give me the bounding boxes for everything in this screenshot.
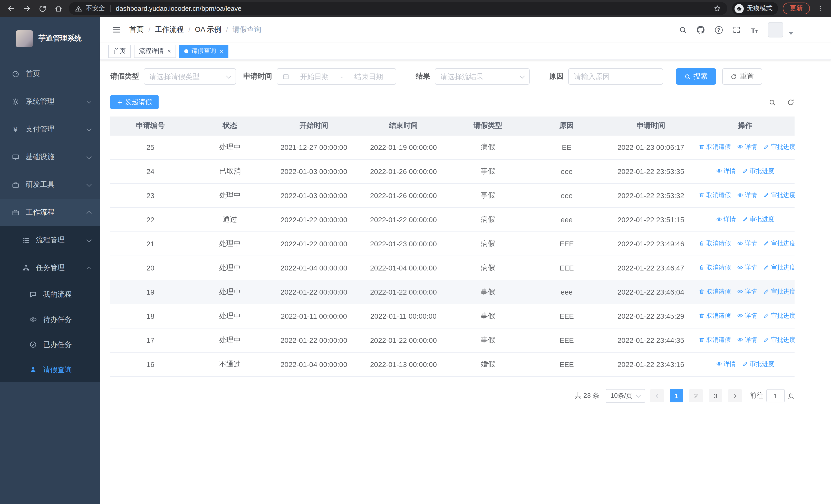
sidebar-item-payment[interactable]: ¥ 支付管理 [0,116,100,143]
user-icon [29,366,37,374]
sidebar-item-my-process[interactable]: 我的流程 [0,282,100,307]
detail-link[interactable]: 详情 [737,191,757,200]
table-row[interactable]: 21处理中2022-01-22 00:00:002022-01-23 00:00… [110,232,795,256]
leave-type-select[interactable] [144,68,236,85]
address-bar[interactable]: 不安全 dashboard.yudao.iocoder.cn/bpm/oa/le… [69,2,727,15]
breadcrumb-item[interactable]: 首页 [130,25,144,34]
table-row[interactable]: 17处理中2022-01-22 00:00:002022-01-22 00:00… [110,328,795,352]
table-row[interactable]: 16不通过2022-01-04 00:00:002022-01-13 00:00… [110,352,795,376]
search-icon[interactable] [678,25,687,34]
tab-process-detail[interactable]: 流程详情 × [134,45,176,58]
approval-progress-link[interactable]: 审批进度 [763,263,796,272]
sidebar-item-done-tasks[interactable]: 已办任务 [0,332,100,357]
table-row[interactable]: 20处理中2022-01-04 00:00:002022-01-04 00:00… [110,256,795,280]
detail-link[interactable]: 详情 [716,215,736,224]
cancel-leave-link[interactable]: 取消请假 [698,336,731,345]
breadcrumb-item[interactable]: 工作流程 [155,25,184,34]
cell-start-time: 2022-01-03 00:00:00 [269,159,358,183]
font-size-icon[interactable]: TT [750,25,759,34]
table-row[interactable]: 22通过2022-01-22 00:00:002022-01-22 00:00:… [110,207,795,232]
forward-icon[interactable] [21,3,32,14]
page-button-2[interactable]: 2 [689,389,703,403]
table-row[interactable]: 18处理中2022-01-11 00:00:002022-01-11 00:00… [110,304,795,328]
sidebar-collapse-icon[interactable] [108,25,125,34]
goto-page-input[interactable] [766,389,785,403]
create-leave-button[interactable]: 发起请假 [110,95,159,109]
close-icon[interactable]: × [167,48,171,54]
cancel-leave-link[interactable]: 取消请假 [698,312,731,320]
tab-leave-query[interactable]: 请假查询 × [179,45,228,58]
search-toggle-icon[interactable] [768,98,776,106]
result-select[interactable] [435,68,530,85]
sidebar-item-process-management[interactable]: 流程管理 [0,226,100,254]
detail-link[interactable]: 详情 [737,143,757,151]
approval-progress-link[interactable]: 审批进度 [742,215,774,224]
detail-link[interactable]: 详情 [737,239,757,248]
browser-menu-icon[interactable] [814,3,826,14]
url-text[interactable]: dashboard.yudao.iocoder.cn/bpm/oa/leave [116,5,710,12]
approval-progress-link[interactable]: 审批进度 [763,143,796,151]
home-icon[interactable] [53,3,64,14]
sidebar-item-system[interactable]: 系统管理 [0,88,100,116]
start-date-input[interactable] [292,72,337,81]
page-button-3[interactable]: 3 [709,389,722,403]
reload-icon[interactable] [37,3,48,14]
page-size-select[interactable]: 10条/页 [605,389,645,403]
cancel-leave-link[interactable]: 取消请假 [698,239,731,248]
sidebar-item-dev-tools[interactable]: 研发工具 [0,171,100,199]
cancel-leave-link[interactable]: 取消请假 [698,263,731,272]
table-row[interactable]: 24已取消2022-01-03 00:00:002022-01-26 00:00… [110,159,795,183]
table-row[interactable]: 25处理中2021-12-27 00:00:002022-01-19 00:00… [110,135,795,159]
approval-progress-link[interactable]: 审批进度 [742,360,774,368]
close-icon[interactable]: × [220,48,223,54]
sidebar-item-infrastructure[interactable]: 基础设施 [0,143,100,171]
sidebar-item-todo-tasks[interactable]: 待办任务 [0,307,100,332]
refresh-table-icon[interactable] [786,98,795,106]
detail-link[interactable]: 详情 [737,336,757,345]
cancel-leave-link[interactable]: 取消请假 [698,288,731,296]
table-row[interactable]: 19处理中2022-01-22 00:00:002022-01-22 00:00… [110,280,795,304]
detail-link[interactable]: 详情 [737,263,757,272]
sidebar-item-task-management[interactable]: 任务管理 [0,254,100,282]
apply-time-range-picker[interactable]: - [277,68,396,85]
cancel-leave-link[interactable]: 取消请假 [698,143,731,151]
search-button[interactable]: 搜索 [676,68,716,85]
prev-page-button[interactable] [650,389,664,403]
approval-progress-link[interactable]: 审批进度 [763,288,796,296]
detail-link[interactable]: 详情 [716,167,736,176]
reason-field[interactable] [568,68,663,85]
next-page-button[interactable] [728,389,742,403]
github-icon[interactable] [696,25,705,34]
approval-progress-link[interactable]: 审批进度 [763,312,796,320]
cancel-leave-link[interactable]: 取消请假 [698,191,731,200]
tab-home[interactable]: 首页 [108,45,131,58]
approval-progress-link[interactable]: 审批进度 [763,191,796,200]
sidebar-item-leave-query[interactable]: 请假查询 [0,357,100,382]
reason-input[interactable] [574,72,658,81]
approval-progress-link[interactable]: 审批进度 [763,336,796,345]
end-date-input[interactable] [347,72,391,81]
approval-progress-link[interactable]: 审批进度 [763,239,796,248]
avatar[interactable] [768,22,783,37]
back-icon[interactable] [5,3,17,14]
detail-link[interactable]: 详情 [737,312,757,320]
result-input[interactable] [440,72,517,81]
page-button-1[interactable]: 1 [670,389,683,403]
help-icon[interactable]: ? [714,25,723,34]
sidebar-item-workflow[interactable]: 工作流程 [0,199,100,226]
fullscreen-icon[interactable] [732,25,741,34]
detail-link[interactable]: 详情 [716,360,736,368]
security-warning-icon[interactable] [75,5,82,12]
detail-link[interactable]: 详情 [737,288,757,296]
table-row[interactable]: 23处理中2022-01-03 00:00:002022-01-26 00:00… [110,183,795,207]
reset-button[interactable]: 重置 [722,68,762,85]
leave-type-input[interactable] [149,72,224,81]
cell-actions: 取消请假详情审批进度 [695,256,795,280]
avatar-caret-icon[interactable] [789,32,793,35]
approval-progress-link[interactable]: 审批进度 [742,167,774,176]
breadcrumb-item[interactable]: OA 示例 [195,25,222,34]
sidebar-logo[interactable]: 芋道管理系统 [0,17,100,60]
sidebar-item-home[interactable]: 首页 [0,60,100,88]
update-button[interactable]: 更新 [783,3,810,14]
bookmark-star-icon[interactable] [713,5,721,12]
